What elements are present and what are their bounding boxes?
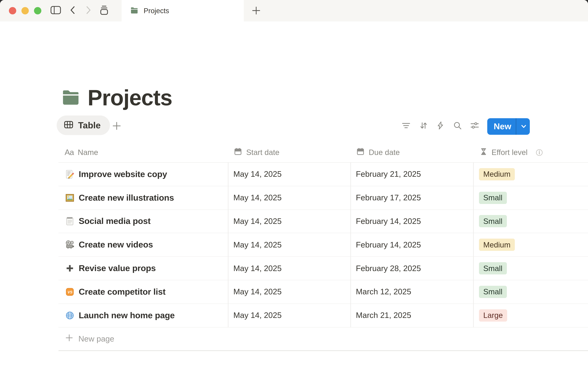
plus-icon bbox=[65, 334, 73, 344]
cell-effort-level[interactable]: Large bbox=[473, 309, 588, 321]
plus-icon bbox=[252, 6, 260, 16]
page-name: Create new illustrations bbox=[79, 193, 174, 203]
table-row[interactable]: Social media post May 14, 2025 February … bbox=[59, 210, 588, 233]
chevron-left-icon bbox=[69, 6, 76, 16]
cell-effort-level[interactable]: Small bbox=[473, 286, 588, 298]
view-tab-table[interactable]: Table bbox=[57, 115, 110, 135]
new-tab-button[interactable] bbox=[248, 5, 264, 17]
new-button-divider bbox=[516, 118, 516, 135]
tab-overview-button[interactable] bbox=[98, 0, 110, 22]
cell-name[interactable]: Create new videos bbox=[59, 240, 228, 250]
svg-text:VS: VS bbox=[68, 290, 72, 294]
new-dropdown-button[interactable] bbox=[518, 118, 530, 135]
column-header-due-date[interactable]: Effort level Due date bbox=[350, 147, 473, 158]
chevron-down-icon bbox=[521, 124, 527, 129]
column-label: Due date bbox=[369, 148, 400, 157]
search-icon bbox=[453, 126, 462, 131]
column-divider[interactable] bbox=[228, 163, 228, 327]
cell-name[interactable]: Create new illustrations bbox=[59, 193, 228, 203]
column-header-name[interactable]: Aa Name bbox=[59, 148, 228, 157]
column-header-effort-level[interactable]: Effort level bbox=[473, 147, 588, 158]
cell-name[interactable]: Revise value props bbox=[59, 263, 228, 273]
table-row[interactable]: Improve website copy May 14, 2025 Februa… bbox=[59, 163, 588, 186]
heavy-plus-icon bbox=[65, 264, 75, 273]
page-name: Social media post bbox=[79, 216, 151, 226]
cell-effort-level[interactable]: Medium bbox=[473, 239, 588, 251]
cell-start-date[interactable]: May 14, 2025 bbox=[228, 240, 350, 250]
plus-emoji-icon bbox=[65, 264, 75, 273]
cell-effort-level[interactable]: Medium bbox=[473, 168, 588, 180]
toggle-sidebar-button[interactable] bbox=[49, 0, 62, 22]
column-label: Start date bbox=[246, 148, 279, 157]
globe-icon bbox=[65, 311, 75, 320]
cell-due-date[interactable]: February 21, 2025 bbox=[350, 169, 473, 179]
column-label: Name bbox=[78, 148, 98, 157]
page-name: Launch new home page bbox=[79, 310, 175, 320]
column-label: Effort level bbox=[491, 148, 528, 157]
cell-due-date[interactable]: February 28, 2025 bbox=[350, 264, 473, 273]
cell-effort-level[interactable]: Small bbox=[473, 215, 588, 227]
new-button-label: New bbox=[494, 118, 511, 135]
page-name: Create new videos bbox=[79, 240, 153, 250]
forward-button[interactable] bbox=[84, 0, 93, 22]
cell-due-date[interactable]: March 21, 2025 bbox=[350, 311, 473, 320]
sort-button[interactable] bbox=[419, 121, 428, 130]
minimize-button[interactable] bbox=[22, 7, 29, 14]
effort-badge: Small bbox=[479, 286, 507, 298]
filter-icon bbox=[401, 126, 411, 131]
cell-name[interactable]: Improve website copy bbox=[59, 169, 228, 179]
new-page-row[interactable]: New page bbox=[59, 327, 588, 351]
column-header-start-date[interactable]: Start date bbox=[228, 147, 350, 158]
search-button[interactable] bbox=[453, 121, 462, 130]
automations-button[interactable] bbox=[436, 121, 445, 130]
info-icon[interactable] bbox=[535, 148, 543, 157]
cell-start-date[interactable]: May 14, 2025 bbox=[228, 193, 350, 202]
cell-name[interactable]: Launch new home page bbox=[59, 310, 228, 320]
zoom-button[interactable] bbox=[34, 7, 41, 14]
table-header-row: Aa Name Start date Effort level Due date bbox=[59, 142, 588, 163]
close-button[interactable] bbox=[9, 7, 16, 14]
cell-due-date[interactable]: February 17, 2025 bbox=[350, 193, 473, 202]
table-row[interactable]: Revise value props May 14, 2025 February… bbox=[59, 257, 588, 280]
sidebar-icon bbox=[50, 5, 61, 16]
cell-name[interactable]: Social media post bbox=[59, 216, 228, 226]
new-button[interactable]: New bbox=[487, 118, 530, 135]
table-row[interactable]: Launch new home page May 14, 2025 March … bbox=[59, 304, 588, 328]
cell-start-date[interactable]: May 14, 2025 bbox=[228, 169, 350, 179]
effort-badge: Small bbox=[479, 191, 507, 204]
column-divider[interactable] bbox=[350, 163, 351, 327]
tab-projects[interactable]: Projects bbox=[121, 0, 244, 22]
picture-emoji-icon bbox=[65, 193, 75, 202]
column-divider[interactable] bbox=[473, 163, 474, 327]
spiral-notepad-icon bbox=[65, 217, 75, 226]
lightning-icon bbox=[436, 126, 445, 131]
back-button[interactable] bbox=[68, 0, 77, 22]
cell-start-date[interactable]: May 14, 2025 bbox=[228, 217, 350, 226]
vs-emoji-icon: VS bbox=[65, 287, 75, 297]
add-view-button[interactable] bbox=[112, 121, 121, 130]
view-options-button[interactable] bbox=[470, 121, 479, 130]
filter-button[interactable] bbox=[401, 121, 411, 130]
calendar-icon bbox=[234, 147, 242, 158]
table-body: Improve website copy May 14, 2025 Februa… bbox=[59, 163, 588, 327]
database-table: Aa Name Start date Effort level Due date bbox=[59, 142, 588, 351]
page-title[interactable]: Projects bbox=[88, 84, 172, 111]
cell-effort-level[interactable]: Small bbox=[473, 191, 588, 204]
vs-badge-icon: VS bbox=[65, 287, 75, 297]
table-row[interactable]: VS Create competitor list May 14, 2025 M… bbox=[59, 280, 588, 304]
table-row[interactable]: Create new illustrations May 14, 2025 Fe… bbox=[59, 186, 588, 210]
film-projector-icon bbox=[65, 240, 75, 250]
cell-due-date[interactable]: February 14, 2025 bbox=[350, 217, 473, 226]
framed-picture-icon bbox=[65, 193, 75, 202]
page-folder-icon[interactable] bbox=[62, 89, 80, 107]
cell-due-date[interactable]: March 12, 2025 bbox=[350, 287, 473, 297]
cell-effort-level[interactable]: Small bbox=[473, 262, 588, 274]
cell-start-date[interactable]: May 14, 2025 bbox=[228, 311, 350, 320]
cell-start-date[interactable]: May 14, 2025 bbox=[228, 287, 350, 297]
cell-due-date[interactable]: February 14, 2025 bbox=[350, 240, 473, 250]
tab-label: Projects bbox=[144, 7, 169, 15]
cell-start-date[interactable]: May 14, 2025 bbox=[228, 264, 350, 273]
calendar-icon bbox=[356, 147, 365, 158]
table-row[interactable]: Create new videos May 14, 2025 February … bbox=[59, 233, 588, 257]
cell-name[interactable]: VS Create competitor list bbox=[59, 287, 228, 297]
